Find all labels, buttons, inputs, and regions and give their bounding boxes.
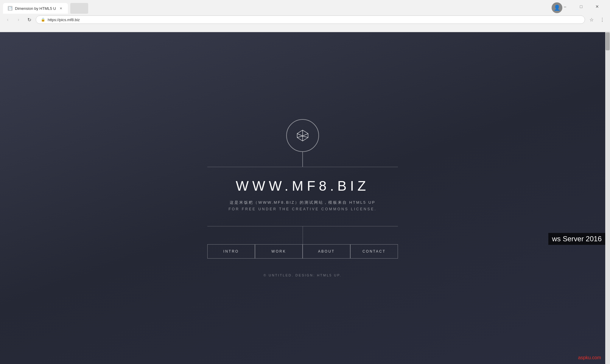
scrollbar-thumb[interactable] [606, 32, 610, 50]
nav-work-button[interactable]: WORK [255, 244, 303, 259]
svg-line-3 [297, 136, 303, 138]
nav-intro-button[interactable]: INTRO [207, 244, 255, 259]
ws-overlay: ws Server 2016 [548, 233, 605, 245]
diamond-circle [286, 119, 319, 152]
title-bar: 📄 Dimension by HTML5 U ✕ [0, 0, 610, 14]
browser-frame: 📄 Dimension by HTML5 U ✕ 👤 – □ ✕ ‹ › ↻ 🔒… [0, 0, 610, 32]
browser-tab[interactable]: 📄 Dimension by HTML5 U ✕ [3, 3, 68, 14]
logo-container [286, 119, 319, 167]
nav-buttons: INTRO WORK ABOUT CONTACT [207, 244, 398, 259]
bookmark-button[interactable]: ☆ [587, 15, 596, 24]
minimize-button[interactable]: – [558, 2, 572, 11]
address-bar: ‹ › ↻ 🔒 https://pics.mf8.biz ☆ ⋮ [0, 14, 610, 25]
tab-close-button[interactable]: ✕ [58, 6, 63, 11]
menu-button[interactable]: ⋮ [598, 15, 606, 24]
forward-button[interactable]: › [14, 15, 23, 24]
nav-contact-button[interactable]: CONTACT [350, 244, 398, 259]
tab-icon: 📄 [8, 6, 13, 11]
window-controls: – □ ✕ [558, 2, 604, 11]
watermark: aspku.com [578, 353, 601, 361]
reload-button[interactable]: ↻ [25, 15, 33, 24]
watermark-text: aspku [578, 355, 591, 360]
lock-icon: 🔒 [41, 18, 45, 22]
site-subtitle: 这是米饭粑（WWW.MF8.BIZ）的测试网站，模板来自 HTML5 UP [230, 200, 375, 205]
site-title: WWW.MF8.BIZ [236, 178, 370, 194]
nav-cross [207, 226, 398, 244]
website-content: WWW.MF8.BIZ 这是米饭粑（WWW.MF8.BIZ）的测试网站，模板来自… [0, 32, 605, 364]
nav-about-button[interactable]: ABOUT [303, 244, 350, 259]
new-tab-area[interactable] [70, 3, 88, 14]
nav-section: INTRO WORK ABOUT CONTACT [207, 226, 398, 259]
maximize-button[interactable]: □ [574, 2, 588, 11]
footer-text: © UNTITLED. DESIGN: HTML5 UP. [264, 273, 342, 277]
connector-line-top [302, 152, 303, 167]
close-button[interactable]: ✕ [590, 2, 604, 11]
site-main: WWW.MF8.BIZ 这是米饭粑（WWW.MF8.BIZ）的测试网站，模板来自… [169, 119, 437, 277]
diamond-icon [295, 128, 310, 143]
back-button[interactable]: ‹ [4, 15, 12, 24]
url-bar[interactable]: 🔒 https://pics.mf8.biz [36, 15, 585, 24]
svg-line-4 [303, 136, 308, 138]
tab-title: Dimension by HTML5 U [15, 6, 56, 11]
url-text: https://pics.mf8.biz [48, 18, 80, 22]
footer: © UNTITLED. DESIGN: HTML5 UP. [264, 273, 342, 277]
watermark-suffix: .com [591, 355, 601, 360]
top-divider [207, 167, 398, 167]
scrollbar[interactable] [605, 32, 610, 364]
site-desc: FOR FREE UNDER THE CREATIVE COMMONS LICE… [228, 207, 377, 211]
ws-text: ws Server 2016 [552, 235, 602, 243]
